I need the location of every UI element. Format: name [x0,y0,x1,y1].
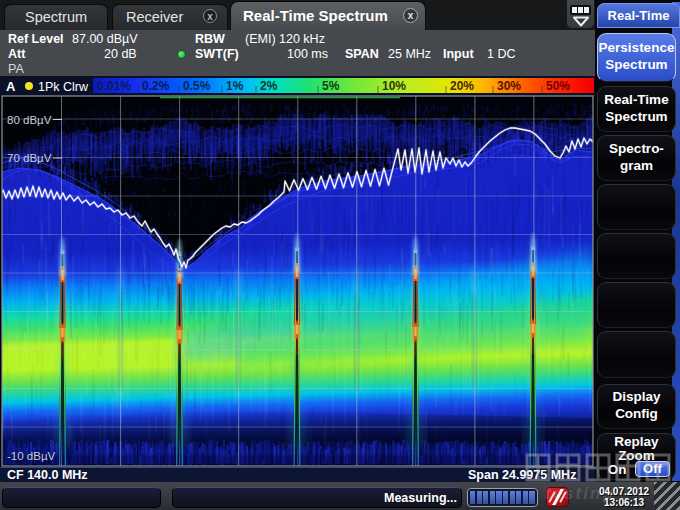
svg-text:80 dBµV: 80 dBµV [7,114,52,126]
svg-text:-10 dBµV: -10 dBµV [7,450,56,462]
svg-text:70 dBµV: 70 dBµV [7,152,52,164]
